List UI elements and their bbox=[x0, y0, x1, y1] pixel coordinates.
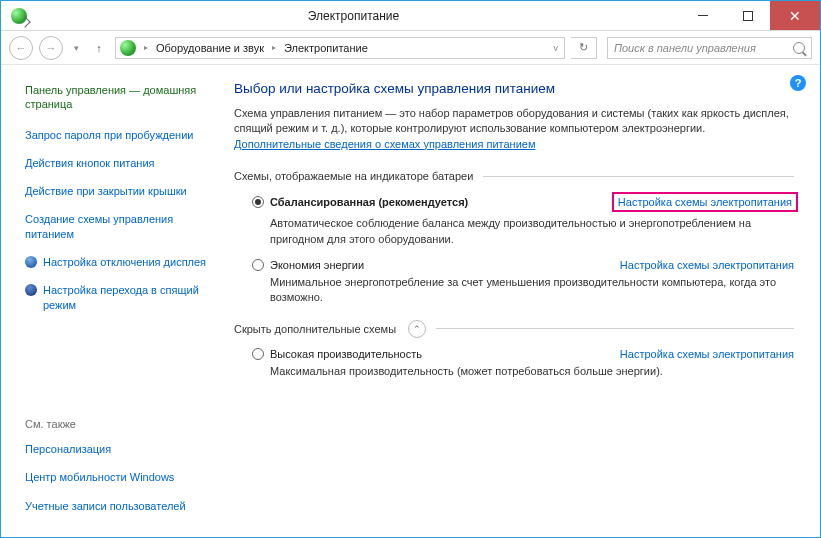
radio-saver[interactable] bbox=[252, 259, 264, 271]
toolbar: ← → ▾ ↑ ▸ Оборудование и звук ▸ Электроп… bbox=[1, 31, 820, 65]
group-header: Схемы, отображаемые на индикаторе батаре… bbox=[234, 170, 794, 182]
sidebar-link-sleep[interactable]: Настройка перехода в спящий режим bbox=[25, 283, 208, 312]
learn-more-link[interactable]: Дополнительные сведения о схемах управле… bbox=[234, 138, 536, 150]
minimize-button[interactable] bbox=[680, 1, 725, 30]
sidebar: Панель управления — домашняя страница За… bbox=[1, 65, 216, 538]
sidebar-link-password[interactable]: Запрос пароля при пробуждении bbox=[25, 128, 208, 142]
change-plan-link-high[interactable]: Настройка схемы электропитания bbox=[620, 348, 794, 360]
plan-description: Минимальное энергопотребление за счет ум… bbox=[252, 275, 794, 306]
power-options-icon bbox=[11, 8, 27, 24]
sidebar-link-create-plan[interactable]: Создание схемы управления питанием bbox=[25, 212, 208, 241]
plan-name[interactable]: Высокая производительность bbox=[270, 348, 422, 360]
sidebar-link-power-buttons[interactable]: Действия кнопок питания bbox=[25, 156, 208, 170]
window-title: Электропитание bbox=[27, 9, 680, 23]
radio-high[interactable] bbox=[252, 348, 264, 360]
chevron-right-icon: ▸ bbox=[272, 43, 276, 52]
plan-description: Автоматическое соблюдение баланса между … bbox=[252, 216, 794, 247]
plan-name[interactable]: Экономия энергии bbox=[270, 259, 364, 271]
address-bar[interactable]: ▸ Оборудование и звук ▸ Электропитание v bbox=[115, 37, 565, 59]
power-plan-icon bbox=[120, 40, 136, 56]
radio-balanced[interactable] bbox=[252, 196, 264, 208]
plan-saver: Экономия энергии Настройка схемы электро… bbox=[234, 259, 794, 306]
chevron-right-icon: ▸ bbox=[144, 43, 148, 52]
refresh-button[interactable]: ↻ bbox=[571, 37, 597, 59]
search-input[interactable]: Поиск в панели управления bbox=[607, 37, 812, 59]
page-description: Схема управления питанием — это набор па… bbox=[234, 106, 794, 152]
chevron-down-icon[interactable]: v bbox=[554, 43, 559, 53]
forward-button[interactable]: → bbox=[39, 36, 63, 60]
plan-high-performance: Высокая производительность Настройка схе… bbox=[234, 348, 794, 379]
moon-icon bbox=[25, 284, 37, 296]
control-panel-home-link[interactable]: Панель управления — домашняя страница bbox=[25, 83, 208, 112]
plan-description: Максимальная производительность (может п… bbox=[252, 364, 794, 379]
close-button[interactable]: ✕ bbox=[770, 1, 820, 30]
sidebar-link-personalization[interactable]: Персонализация bbox=[25, 442, 208, 456]
chevron-up-icon: ⌃ bbox=[413, 324, 421, 334]
page-heading: Выбор или настройка схемы управления пит… bbox=[234, 81, 794, 96]
maximize-button[interactable] bbox=[725, 1, 770, 30]
sidebar-link-mobility-center[interactable]: Центр мобильности Windows bbox=[25, 470, 208, 484]
search-icon bbox=[793, 42, 805, 54]
history-dropdown[interactable]: ▾ bbox=[69, 41, 83, 55]
collapse-button[interactable]: ⌃ bbox=[408, 320, 426, 338]
up-button[interactable]: ↑ bbox=[89, 37, 109, 59]
breadcrumb-item[interactable]: Оборудование и звук bbox=[156, 42, 264, 54]
sidebar-link-lid[interactable]: Действие при закрытии крышки bbox=[25, 184, 208, 198]
shield-icon bbox=[25, 256, 37, 268]
main-content: ? Выбор или настройка схемы управления п… bbox=[216, 65, 820, 538]
see-also-heading: См. также bbox=[25, 418, 208, 430]
back-button[interactable]: ← bbox=[9, 36, 33, 60]
additional-plans-group: Скрыть дополнительные схемы ⌃ Высокая пр… bbox=[234, 320, 794, 379]
close-icon: ✕ bbox=[789, 8, 801, 24]
change-plan-link-balanced[interactable]: Настройка схемы электропитания bbox=[612, 192, 798, 212]
plan-name[interactable]: Сбалансированная (рекомендуется) bbox=[270, 196, 468, 208]
search-placeholder: Поиск в панели управления bbox=[614, 42, 756, 54]
plan-balanced: Сбалансированная (рекомендуется) Настрой… bbox=[234, 192, 794, 247]
titlebar: Электропитание ✕ bbox=[1, 1, 820, 31]
sidebar-link-user-accounts[interactable]: Учетные записи пользователей bbox=[25, 499, 208, 513]
sidebar-link-display-off[interactable]: Настройка отключения дисплея bbox=[25, 255, 208, 269]
help-icon[interactable]: ? bbox=[790, 75, 806, 91]
window-controls: ✕ bbox=[680, 1, 820, 30]
group-header[interactable]: Скрыть дополнительные схемы ⌃ bbox=[234, 320, 794, 338]
change-plan-link-saver[interactable]: Настройка схемы электропитания bbox=[620, 259, 794, 271]
breadcrumb-item[interactable]: Электропитание bbox=[284, 42, 368, 54]
plans-shown-group: Схемы, отображаемые на индикаторе батаре… bbox=[234, 170, 794, 306]
